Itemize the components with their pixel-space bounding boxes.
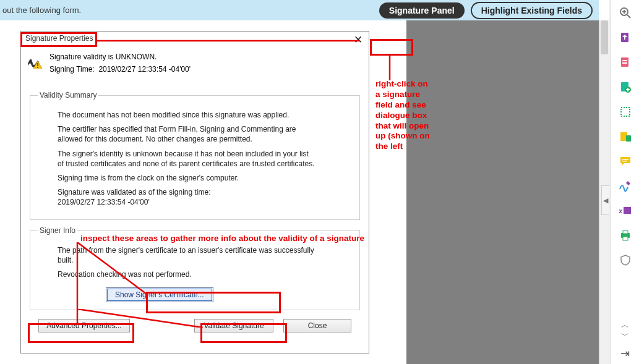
svg-rect-14 <box>622 161 627 162</box>
validity-line-3: The signer's identity is unknown because… <box>58 149 315 169</box>
svg-rect-22 <box>37 67 38 68</box>
organize-icon[interactable] <box>619 130 632 143</box>
collapse-tools-tab[interactable]: ◀ <box>601 185 609 215</box>
validate-signature-button[interactable]: Validate Signature <box>194 319 273 332</box>
signature-banner: out the following form. Signature Panel … <box>0 0 599 20</box>
print-icon[interactable] <box>619 229 632 242</box>
close-icon[interactable]: ✕ <box>351 33 365 46</box>
logout-icon[interactable]: ⇥ <box>620 348 630 359</box>
comment-icon[interactable] <box>619 154 632 168</box>
svg-rect-18 <box>623 231 628 234</box>
validity-summary-legend: Validity Summary <box>38 91 98 99</box>
svg-rect-5 <box>621 57 628 67</box>
svg-rect-6 <box>622 60 627 61</box>
svg-line-1 <box>627 15 630 18</box>
signing-time-row: Signing Time: 2019/02/27 12:33:54 -04'00… <box>49 65 191 74</box>
fill-sign-icon[interactable] <box>619 179 632 193</box>
signature-status-icon <box>26 53 42 69</box>
validity-summary-group: Validity Summary The document has not be… <box>30 91 360 220</box>
dialog-title: Signature Properties <box>24 33 94 43</box>
show-signers-certificate-button[interactable]: Show Signer's Certificate... <box>106 287 213 302</box>
signer-info-legend: Signer Info <box>38 226 77 235</box>
search-icon[interactable] <box>619 6 632 20</box>
signature-properties-dialog: Signature Properties ✕ Signature validit… <box>20 31 369 353</box>
svg-rect-21 <box>37 63 38 66</box>
combine-icon[interactable] <box>619 105 632 119</box>
svg-rect-12 <box>626 135 631 142</box>
annotation-text-rightclick: right-click on a signature field and see… <box>375 79 434 152</box>
scrollbar-thumb[interactable] <box>601 20 608 54</box>
export-pdf-icon[interactable] <box>619 31 632 44</box>
signer-line-2: Revocation checking was not performed. <box>58 269 315 279</box>
edit-pdf-icon[interactable] <box>619 80 632 94</box>
signer-line-1: The path from the signer's certificate t… <box>58 245 315 265</box>
highlight-existing-fields-button[interactable]: Highlight Existing Fields <box>471 2 593 19</box>
redact-icon[interactable]: x <box>619 204 632 218</box>
validity-line-1: The document has not been modified since… <box>58 110 315 120</box>
signature-panel-button[interactable]: Signature Panel <box>379 2 465 19</box>
annotation-text-inspect: inspect these areas to gather more info … <box>80 234 390 244</box>
banner-hint-text: out the following form. <box>2 6 81 15</box>
svg-text:x: x <box>619 207 623 214</box>
validity-status-text: Signature validity is UNKNOWN. <box>49 53 191 61</box>
svg-rect-10 <box>621 108 630 116</box>
create-pdf-icon[interactable] <box>619 56 632 69</box>
right-toolbar: x ︿ ﹀ ⇥ <box>611 0 639 364</box>
close-button[interactable]: Close <box>283 319 351 332</box>
tool-scroll-down[interactable]: ﹀ <box>621 331 629 339</box>
validity-line-5: Signature was validated as of the signin… <box>58 187 315 207</box>
tool-scroll-up[interactable]: ︿ <box>621 321 629 329</box>
svg-rect-16 <box>624 207 631 214</box>
svg-rect-19 <box>623 237 628 240</box>
svg-rect-7 <box>622 62 627 64</box>
svg-rect-13 <box>622 159 628 160</box>
protect-icon[interactable] <box>619 253 632 267</box>
advanced-properties-button[interactable]: Advanced Properties... <box>38 319 130 332</box>
validity-line-2: The certifier has specified that Form Fi… <box>58 124 315 144</box>
validity-line-4: Signing time is from the clock on the si… <box>58 173 315 183</box>
